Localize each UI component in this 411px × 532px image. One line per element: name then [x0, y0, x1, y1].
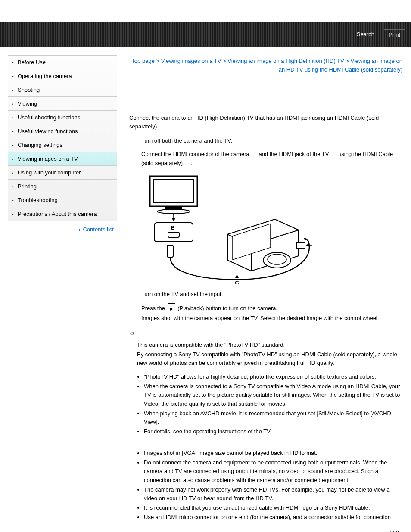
nav-item-changing-settings[interactable]: Changing settings [8, 138, 117, 152]
tip-bullets: "PhotoTV HD" allows for a highly-detaile… [129, 373, 402, 436]
print-button[interactable]: Print [384, 29, 405, 40]
contents-list-link[interactable]: Contents list [83, 226, 114, 233]
label-c: C [235, 280, 239, 284]
step-1: Turn off both the camera and the TV. [141, 137, 402, 146]
nav-item-viewing[interactable]: Viewing [8, 97, 117, 111]
breadcrumb: Top page > Viewing images on a TV > View… [129, 57, 402, 74]
nav-item-printing[interactable]: Printing [8, 180, 117, 193]
playback-icon [168, 303, 175, 314]
svg-marker-5 [172, 218, 175, 221]
label-b: B [171, 224, 174, 231]
tip-text: This camera is compatible with the "Phot… [137, 341, 402, 349]
tip-bullet: "PhotoTV HD" allows for a highly-detaile… [144, 373, 402, 381]
nav-item-before-use[interactable]: Before Use [8, 56, 117, 69]
svg-rect-14 [167, 245, 173, 257]
breadcrumb-part[interactable]: Viewing images on a TV [161, 58, 221, 64]
breadcrumb-part[interactable]: Viewing an image on a High Definition (H… [227, 58, 344, 64]
note-bullet: It is recommended that you use an author… [144, 504, 402, 512]
note-bullet: Do not connect the camera and equipment … [144, 458, 402, 484]
svg-rect-1 [153, 180, 194, 203]
tip-block: This camera is compatible with the "Phot… [129, 339, 402, 371]
tip-icon: ☼ [129, 329, 402, 336]
note-bullets: Images shot in [VGA] image size cannot b… [129, 449, 402, 522]
tip-bullet: When the camera is connected to a Sony T… [144, 382, 402, 408]
breadcrumb-part[interactable]: Top page [131, 58, 155, 64]
connection-diagram: B A [141, 172, 314, 284]
tip-bullet: For details, see the operating instructi… [144, 427, 402, 436]
page-header: Search Print [0, 22, 411, 47]
nav-item-shooting[interactable]: Shooting [8, 83, 117, 97]
step-3: Turn on the TV and set the input. [141, 290, 402, 299]
svg-rect-0 [150, 176, 197, 206]
search-button[interactable]: Search [352, 29, 379, 39]
tip-text: By connecting a Sony TV compatible with … [137, 350, 402, 367]
contents-list-wrapper: ➔ Contents list [8, 226, 117, 233]
nav-item-viewing-tv[interactable]: Viewing images on a TV [8, 152, 117, 166]
step-2: Connect the HDMI connector of the camera… [141, 150, 402, 168]
intro-text: Connect the camera to an HD (High Defini… [129, 114, 402, 131]
sidebar: Before Use Operating the camera Shooting… [0, 47, 117, 532]
nav-item-precautions[interactable]: Precautions / About this camera [8, 207, 117, 221]
nav-item-using-computer[interactable]: Using with your computer [8, 166, 117, 180]
steps: Turn off both the camera and the TV. Con… [129, 137, 402, 323]
svg-rect-7 [168, 232, 179, 237]
arrow-right-icon: ➔ [77, 227, 81, 232]
svg-point-10 [268, 254, 286, 264]
nav-item-troubleshooting[interactable]: Troubleshooting [8, 193, 117, 207]
svg-marker-16 [235, 274, 239, 278]
nav-item-useful-viewing[interactable]: Useful viewing functions [8, 124, 117, 138]
note-bullet: Use an HDMI micro connector on one end (… [144, 513, 402, 522]
divider [129, 104, 402, 104]
tip-bullet: When playing back an AVCHD movie, it is … [144, 409, 402, 426]
page-number: 208 [129, 529, 402, 532]
note-bullet: The camera may not work properly with so… [144, 485, 402, 503]
step-4: Press the (Playback) button to turn on t… [141, 303, 402, 323]
svg-point-3 [157, 209, 190, 214]
note-bullet: Images shot in [VGA] image size cannot b… [144, 449, 402, 457]
nav-list: Before Use Operating the camera Shooting… [8, 55, 117, 221]
nav-item-operating-camera[interactable]: Operating the camera [8, 69, 117, 83]
nav-item-useful-shooting[interactable]: Useful shooting functions [8, 111, 117, 124]
main-content: Top page > Viewing images on a TV > View… [117, 47, 411, 532]
svg-rect-11 [296, 242, 305, 248]
